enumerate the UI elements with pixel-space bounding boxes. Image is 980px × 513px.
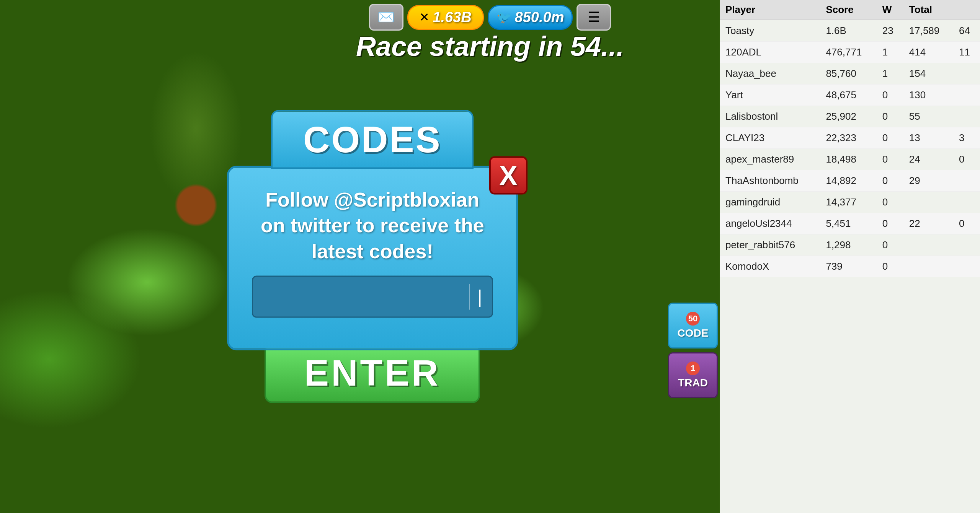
col-wins: W: [877, 0, 903, 20]
cell-player: gamingdruid: [720, 192, 820, 213]
cell-wins: 0: [877, 127, 903, 149]
cell-score: 25,902: [820, 106, 876, 127]
cell-extra: [953, 170, 980, 192]
cell-player: Nayaa_bee: [720, 63, 820, 85]
codes-modal-container: CODES X Follow @Scriptbloxian on twitter…: [227, 110, 518, 403]
table-row: Nayaa_bee 85,760 1 154: [720, 63, 980, 85]
cell-extra: [953, 235, 980, 256]
cell-extra: [953, 63, 980, 85]
cell-wins: 0: [877, 213, 903, 235]
menu-icon: ☰: [588, 9, 600, 25]
cell-wins: 0: [877, 106, 903, 127]
cell-wins: 0: [877, 170, 903, 192]
cell-score: 18,498: [820, 149, 876, 170]
cell-player: angeloUsl2344: [720, 213, 820, 235]
mail-icon: ✉️: [377, 9, 395, 25]
leaderboard-panel: Player Score W Total Toasty 1.6B 23 17,5…: [720, 0, 980, 513]
cell-score: 1.6B: [820, 20, 876, 42]
table-row: Toasty 1.6B 23 17,589 64: [720, 20, 980, 42]
cell-player: ThaAshtonbomb: [720, 170, 820, 192]
code-input-container[interactable]: |: [252, 276, 493, 318]
menu-button[interactable]: ☰: [577, 4, 611, 31]
codes-header-tab: CODES: [271, 110, 474, 169]
table-row: Lalisbostonl 25,902 0 55: [720, 106, 980, 127]
cell-extra: 11: [953, 42, 980, 63]
cell-total: 55: [903, 106, 953, 127]
cell-wins: 0: [877, 149, 903, 170]
cell-wins: 1: [877, 63, 903, 85]
table-row: Yart 48,675 0 130: [720, 85, 980, 106]
cell-total: 24: [903, 149, 953, 170]
cell-extra: [953, 256, 980, 277]
follow-text: Follow @Scriptbloxian on twitter to rece…: [252, 187, 493, 264]
cell-total: [903, 235, 953, 256]
cell-wins: 0: [877, 235, 903, 256]
bird-icon: 🐦: [497, 10, 512, 24]
cell-score: 22,323: [820, 127, 876, 149]
cell-score: 85,760: [820, 63, 876, 85]
leaderboard-table: Player Score W Total Toasty 1.6B 23 17,5…: [720, 0, 980, 277]
table-row: ThaAshtonbomb 14,892 0 29: [720, 170, 980, 192]
cell-extra: 0: [953, 213, 980, 235]
cell-total: 22: [903, 213, 953, 235]
race-starting-banner: Race starting in 54...: [356, 31, 624, 62]
table-row: CLAYI23 22,323 0 13 3: [720, 127, 980, 149]
side-buttons: 50 CODE 1 TRAD: [668, 303, 718, 398]
mail-button[interactable]: ✉️: [369, 4, 403, 31]
trade-side-label: TRAD: [678, 377, 708, 389]
cell-wins: 0: [877, 85, 903, 106]
col-extra: [953, 0, 980, 20]
cell-player: KomodoX: [720, 256, 820, 277]
trade-count-badge: 1: [686, 362, 700, 375]
cell-total: [903, 256, 953, 277]
cell-player: Toasty: [720, 20, 820, 42]
col-total: Total: [903, 0, 953, 20]
cell-score: 14,892: [820, 170, 876, 192]
gold-currency: ✕ 1.63B: [407, 5, 484, 30]
cell-total: 414: [903, 42, 953, 63]
cell-score: 739: [820, 256, 876, 277]
race-starting-text: Race starting in 54...: [356, 31, 624, 62]
cell-wins: 0: [877, 192, 903, 213]
col-player: Player: [720, 0, 820, 20]
gold-value: 1.63B: [433, 9, 471, 26]
gold-icon: ✕: [419, 10, 430, 24]
cell-total: 29: [903, 170, 953, 192]
code-input[interactable]: [257, 281, 467, 313]
cell-wins: 23: [877, 20, 903, 42]
cell-wins: 0: [877, 256, 903, 277]
cell-player: Yart: [720, 85, 820, 106]
col-score: Score: [820, 0, 876, 20]
codes-title: CODES: [303, 119, 441, 160]
cell-score: 48,675: [820, 85, 876, 106]
cell-extra: 0: [953, 149, 980, 170]
cell-total: 13: [903, 127, 953, 149]
cell-extra: [953, 192, 980, 213]
cell-total: 154: [903, 63, 953, 85]
table-row: KomodoX 739 0: [720, 256, 980, 277]
trade-side-button[interactable]: 1 TRAD: [668, 352, 718, 398]
enter-label: ENTER: [304, 352, 440, 393]
close-button[interactable]: X: [489, 156, 528, 194]
cell-player: 120ADL: [720, 42, 820, 63]
cell-player: CLAYI23: [720, 127, 820, 149]
cell-extra: 64: [953, 20, 980, 42]
table-row: 120ADL 476,771 1 414 11: [720, 42, 980, 63]
blue-value: 850.0m: [515, 9, 564, 26]
leaderboard-header-row: Player Score W Total: [720, 0, 980, 20]
cell-score: 1,298: [820, 235, 876, 256]
table-row: peter_rabbit576 1,298 0: [720, 235, 980, 256]
cell-player: peter_rabbit576: [720, 235, 820, 256]
codes-side-button[interactable]: 50 CODE: [668, 303, 718, 349]
cell-total: 130: [903, 85, 953, 106]
blue-currency: 🐦 850.0m: [488, 5, 573, 30]
input-divider: [469, 284, 470, 309]
codes-side-label: CODE: [678, 327, 709, 339]
close-icon: X: [499, 160, 518, 191]
cell-score: 476,771: [820, 42, 876, 63]
codes-modal: X Follow @Scriptbloxian on twitter to re…: [227, 166, 518, 350]
cell-score: 5,451: [820, 213, 876, 235]
cell-total: [903, 192, 953, 213]
enter-button[interactable]: ENTER: [265, 343, 480, 403]
cell-total: 17,589: [903, 20, 953, 42]
